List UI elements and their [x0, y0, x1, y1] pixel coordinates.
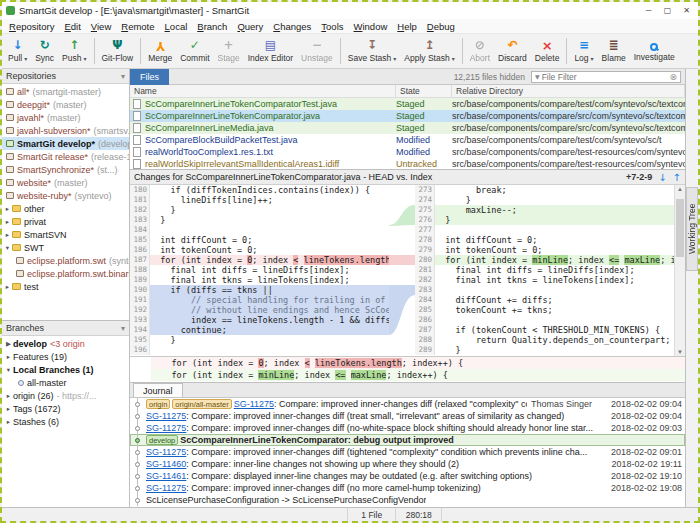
file-row[interactable]: realWorldSkipIrrelevantSmallIdenticalAre…	[130, 158, 685, 169]
tab-journal[interactable]: Journal	[133, 383, 183, 397]
menu-item[interactable]: Branch	[192, 20, 232, 33]
issue-link[interactable]: SG-11460	[146, 459, 186, 469]
tab-working-tree[interactable]: Working Tree	[686, 187, 698, 271]
repository-item[interactable]: eclipse.platform.swt.binarie...	[2, 267, 129, 280]
push-button[interactable]: ↑ Push▾	[58, 34, 90, 68]
journal-row[interactable]: SG-11275: Compare: improved inner-change…	[130, 410, 685, 422]
apply-stash-button[interactable]: ↥ Apply Stash▾	[400, 34, 458, 68]
expander-icon[interactable]: ▸	[4, 405, 13, 413]
menu-item[interactable]: Local	[160, 20, 193, 33]
menu-item[interactable]: Help	[392, 20, 422, 33]
menu-item[interactable]: Edit	[59, 20, 85, 33]
repository-item[interactable]: eclipse.platform.swt (synte...)	[2, 254, 129, 267]
branch-item[interactable]: ▸ Tags (1672)	[2, 402, 129, 415]
menu-item[interactable]: Changes	[268, 20, 316, 33]
expander-icon[interactable]: ▸	[3, 205, 12, 213]
merge-button[interactable]: Y Merge	[144, 34, 176, 68]
sync-button[interactable]: ↻ Sync	[31, 34, 58, 68]
delete-button[interactable]: × Delete	[531, 34, 564, 68]
expander-icon[interactable]: ▾	[3, 244, 12, 252]
repository-item[interactable]: ▾ SWT	[2, 241, 129, 254]
scrollbar-thumb[interactable]	[676, 199, 684, 257]
repository-item[interactable]: SmartSynchronize* (st...)	[2, 163, 129, 176]
unstage-button[interactable]: − Unstage	[297, 34, 337, 68]
menu-item[interactable]: Debug	[422, 20, 460, 33]
log-button[interactable]: ≡ Log▾	[570, 34, 597, 68]
issue-link[interactable]: SG-11275	[146, 483, 186, 493]
menu-item[interactable]: Remote	[116, 20, 159, 33]
issue-link[interactable]: SG-11275	[234, 399, 274, 409]
expander-icon[interactable]: ▶	[4, 340, 13, 348]
branch-item[interactable]: ▸ Features (19)	[2, 350, 129, 363]
journal-row[interactable]: ScLicensePurchaseConfiguration -> ScLice…	[130, 494, 685, 506]
pull-button[interactable]: ↓ Pull▾	[4, 34, 31, 68]
previous-change-icon[interactable]: ↑	[673, 172, 681, 183]
git-flow-button[interactable]: Ψ Git-Flow	[98, 34, 138, 68]
commit-button[interactable]: ✓ Commit	[176, 34, 213, 68]
menu-item[interactable]: Tools	[316, 20, 348, 33]
journal-row[interactable]: developScCompareInnerLineTokenComparator…	[130, 434, 685, 446]
menu-item[interactable]: Window	[349, 20, 393, 33]
repository-item[interactable]: ▸ privat	[2, 215, 129, 228]
abort-button[interactable]: ⊘ Abort	[466, 34, 494, 68]
scroll-down-icon[interactable]: ▼	[675, 349, 685, 355]
expander-icon[interactable]: ▸	[3, 231, 12, 239]
expander-icon[interactable]: ▸	[4, 353, 13, 361]
file-row[interactable]: ScCompareInnerLineMedia.java Staged src/…	[130, 122, 685, 134]
column-header-name[interactable]: Name	[130, 85, 396, 97]
column-header-state[interactable]: State	[396, 85, 452, 97]
stage-button[interactable]: + Stage	[214, 34, 244, 68]
journal-row[interactable]: SG-11275: Compare: improved inner-change…	[130, 422, 685, 434]
minimize-button[interactable]: ─	[639, 3, 658, 18]
panel-menu-icon[interactable]: ▾	[121, 72, 125, 81]
repository-item[interactable]: ▸ SmartSVN	[2, 228, 129, 241]
scroll-up-icon[interactable]: ▲	[675, 186, 685, 192]
repository-item[interactable]: website-ruby* (syntevo)	[2, 189, 129, 202]
maximize-button[interactable]: ▢	[658, 3, 677, 18]
expander-icon[interactable]: ▾	[4, 366, 13, 374]
repository-item[interactable]: ▸ test	[2, 280, 129, 293]
expander-icon[interactable]: ▸	[4, 392, 13, 400]
repository-item[interactable]: SmartGit develop* (develop...)	[2, 137, 129, 150]
branch-item[interactable]: ▶ develop <3 origin	[2, 337, 129, 350]
diff-scrollbar[interactable]: ▲ ▼	[674, 185, 685, 356]
investigate-button[interactable]: Investigate	[630, 34, 679, 68]
journal-row[interactable]: SG-11461: Compare: displayed inner-line …	[130, 470, 685, 482]
branch-item[interactable]: ▾ Local Branches (1)	[2, 363, 129, 376]
discard-button[interactable]: ↶ Discard	[494, 34, 531, 68]
branch-item[interactable]: ▸ origin (26) - https://...	[2, 389, 129, 402]
next-change-icon[interactable]: ↓	[658, 172, 666, 183]
repository-item[interactable]: website* (master)	[2, 176, 129, 189]
branch-item[interactable]: ▸ Stashes (6)	[2, 415, 129, 428]
journal-row[interactable]: SG-11460: Compare: inner-line changes no…	[130, 458, 685, 470]
journal-row[interactable]: originorigin/all-masterSG-11275: Compare…	[130, 398, 685, 410]
panel-menu-icon[interactable]: ▾	[121, 324, 125, 333]
issue-link[interactable]: SG-11275	[146, 447, 186, 457]
close-button[interactable]: ✕	[677, 3, 696, 18]
expander-icon[interactable]: ▸	[3, 283, 12, 291]
issue-link[interactable]: SG-11275	[146, 411, 186, 421]
column-header-directory[interactable]: Relative Directory	[452, 85, 685, 97]
file-row[interactable]: realWorldTooComplex1.res.1.txt Modified …	[130, 146, 685, 158]
menu-item[interactable]: Query	[232, 20, 268, 33]
blame-button[interactable]: ≣ Blame	[598, 34, 630, 68]
repository-item[interactable]: ▸ other	[2, 202, 129, 215]
filter-clear-icon[interactable]: ⊗	[669, 72, 677, 82]
file-row[interactable]: ScCompareBlockBuildPacketTest.java Modif…	[130, 134, 685, 146]
file-filter-input[interactable]	[542, 72, 670, 82]
tab-files[interactable]: Files	[130, 69, 169, 85]
save-stash-button[interactable]: ↧ Save Stash▾	[344, 34, 401, 68]
branch-item[interactable]: all-master	[2, 376, 129, 389]
expander-icon[interactable]: ▸	[4, 418, 13, 426]
repository-item[interactable]: all* (smartgit-master)	[2, 85, 129, 98]
journal-row[interactable]: SG-11275: Compare: improved inner-change…	[130, 482, 685, 494]
issue-link[interactable]: SG-11275	[146, 423, 186, 433]
repository-item[interactable]: javahl* (master)	[2, 111, 129, 124]
file-row[interactable]: ScCompareInnerLineTokenComparator.java S…	[130, 110, 685, 122]
index-editor-button[interactable]: ▤ Index Editor	[244, 34, 297, 68]
file-row[interactable]: ScCompareInnerLineTokenComparatorTest.ja…	[130, 98, 685, 110]
issue-link[interactable]: SG-11461	[146, 471, 186, 481]
menu-item[interactable]: View	[86, 20, 116, 33]
repository-item[interactable]: SmartGit release* (release-1...)	[2, 150, 129, 163]
repository-item[interactable]: deepgit* (master)	[2, 98, 129, 111]
